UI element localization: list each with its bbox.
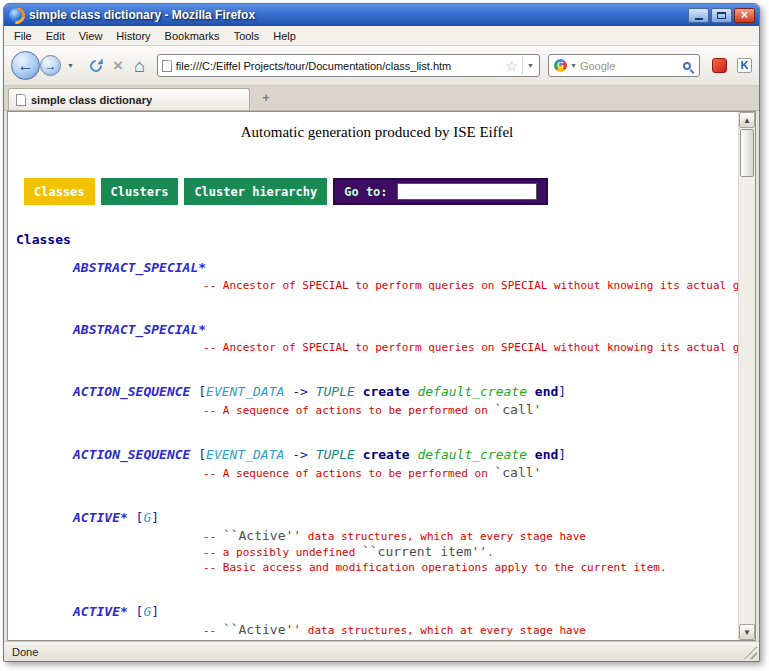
code-segment: [	[190, 384, 206, 399]
class-entry: ABSTRACT_SPECIAL*-- Ancestor of SPECIAL …	[16, 322, 738, 355]
goto-label: Go to:	[344, 185, 387, 199]
code-segment: ABSTRACT_SPECIAL*	[73, 260, 206, 275]
code-segment: ``current item''	[362, 544, 487, 559]
forward-button[interactable]: →	[40, 55, 61, 76]
goto-input[interactable]	[397, 183, 537, 200]
addon-icon-1[interactable]	[712, 58, 727, 73]
code-segment: ``current item''	[362, 638, 487, 640]
code-segment: --	[203, 530, 223, 543]
code-segment: end	[535, 384, 558, 399]
content-area: Automatic generation produced by ISE Eif…	[7, 111, 756, 641]
vertical-scrollbar[interactable]: ▲ ▼	[738, 112, 755, 640]
title-bar[interactable]: simple class dictionary - Mozilla Firefo…	[4, 4, 759, 26]
tab-simple-class-dictionary[interactable]: simple class dictionary	[8, 88, 250, 110]
class-comment: -- ``Active'' data structures, which at …	[203, 528, 738, 544]
class-comment: -- a possibly undefined ``current item''…	[203, 638, 738, 640]
url-dropdown-icon[interactable]: ▼	[522, 57, 535, 74]
code-segment: ACTIVE*	[73, 510, 128, 525]
menu-bookmarks[interactable]: Bookmarks	[158, 27, 227, 45]
class-link[interactable]: ACTIVE* [G]	[73, 604, 738, 619]
code-segment	[355, 384, 363, 399]
code-segment: end	[535, 447, 558, 462]
page-icon	[162, 60, 172, 72]
page-nav: ClassesClustersCluster hierarchy Go to:	[24, 178, 738, 205]
code-segment: ACTION_SEQUENCE	[73, 384, 190, 399]
scrollbar-thumb[interactable]	[740, 129, 754, 177]
class-comment: -- A sequence of actions to be performed…	[203, 402, 738, 418]
menu-help[interactable]: Help	[266, 27, 303, 45]
class-link[interactable]: ABSTRACT_SPECIAL*	[73, 322, 738, 337]
class-link[interactable]: ACTION_SEQUENCE [EVENT_DATA -> TUPLE cre…	[73, 384, 738, 399]
class-comment: -- Ancestor of SPECIAL to perform querie…	[203, 278, 738, 293]
search-box[interactable]: G ▼ Google	[548, 54, 700, 77]
code-segment: default_create	[417, 384, 527, 399]
code-segment: create	[363, 384, 410, 399]
menu-file[interactable]: File	[7, 27, 39, 45]
code-segment: [	[128, 510, 144, 525]
class-entry: ACTION_SEQUENCE [EVENT_DATA -> TUPLE cre…	[16, 447, 738, 481]
menu-tools[interactable]: Tools	[227, 27, 267, 45]
address-bar[interactable]: file:///C:/Eiffel Projects/tour/Document…	[157, 54, 540, 77]
code-segment: create	[363, 447, 410, 462]
code-segment: -- A sequence of actions to be performed…	[203, 467, 494, 480]
code-segment: ->	[284, 384, 315, 399]
code-segment: default_create	[417, 447, 527, 462]
code-segment: [	[190, 447, 206, 462]
home-button[interactable]: ⌂	[130, 57, 149, 75]
minimize-button[interactable]	[688, 8, 709, 23]
class-list: ABSTRACT_SPECIAL*-- Ancestor of SPECIAL …	[16, 260, 738, 640]
menu-view[interactable]: View	[72, 27, 110, 45]
firefox-icon	[9, 8, 24, 23]
maximize-button[interactable]	[711, 8, 732, 23]
new-tab-button[interactable]: +	[257, 90, 275, 107]
code-segment	[527, 447, 535, 462]
menu-edit[interactable]: Edit	[39, 27, 72, 45]
window-controls: ×	[688, 8, 755, 23]
class-entry: ABSTRACT_SPECIAL*-- Ancestor of SPECIAL …	[16, 260, 738, 293]
tab-title: simple class dictionary	[31, 94, 152, 106]
back-button[interactable]: ←	[11, 51, 40, 80]
search-input[interactable]: Google	[580, 60, 680, 72]
code-segment: ``Active''	[223, 528, 301, 543]
search-icon[interactable]	[683, 62, 691, 70]
resize-grip[interactable]	[744, 646, 757, 659]
code-segment: ]	[151, 604, 159, 619]
close-button[interactable]: ×	[734, 8, 755, 23]
page-nav-buttons: ClassesClustersCluster hierarchy	[24, 178, 327, 205]
class-comment: -- Ancestor of SPECIAL to perform querie…	[203, 340, 738, 355]
url-text[interactable]: file:///C:/Eiffel Projects/tour/Document…	[176, 60, 502, 72]
class-link[interactable]: ACTIVE* [G]	[73, 510, 738, 525]
google-logo-icon: G	[554, 59, 567, 72]
code-segment: ->	[284, 447, 315, 462]
search-engine-dropdown-icon[interactable]: ▼	[570, 62, 577, 69]
doc-button-cluster-hierarchy[interactable]: Cluster hierarchy	[184, 178, 327, 205]
status-text: Done	[12, 646, 38, 658]
code-segment: -- Basic access and modification operati…	[203, 561, 667, 574]
section-title: Classes	[16, 232, 738, 247]
bookmark-star-icon[interactable]: ☆	[506, 59, 519, 73]
scroll-up-button[interactable]: ▲	[739, 112, 755, 128]
code-segment: --	[203, 624, 223, 637]
code-segment: ABSTRACT_SPECIAL*	[73, 322, 206, 337]
maximize-icon	[717, 12, 726, 19]
menu-bar: FileEditViewHistoryBookmarksToolsHelp	[4, 26, 759, 46]
history-dropdown-icon[interactable]: ▼	[65, 62, 76, 69]
doc-button-clusters[interactable]: Clusters	[101, 178, 179, 205]
code-segment: data structures, which at every stage ha…	[301, 624, 586, 637]
refresh-button[interactable]	[86, 56, 106, 76]
addon-icon-2[interactable]: K	[737, 58, 752, 73]
code-segment: ACTION_SEQUENCE	[73, 447, 190, 462]
code-segment: ]	[558, 447, 566, 462]
class-link[interactable]: ACTION_SEQUENCE [EVENT_DATA -> TUPLE cre…	[73, 447, 738, 462]
scroll-down-button[interactable]: ▼	[739, 624, 755, 640]
code-segment: `call'	[494, 402, 541, 417]
code-segment	[527, 384, 535, 399]
code-segment: -- a possibly undefined	[203, 546, 362, 559]
doc-button-classes[interactable]: Classes	[24, 178, 95, 205]
code-segment: ]	[151, 510, 159, 525]
stop-button[interactable]: ×	[110, 57, 126, 74]
class-link[interactable]: ABSTRACT_SPECIAL*	[73, 260, 738, 275]
code-segment: -- A sequence of actions to be performed…	[203, 404, 494, 417]
menu-history[interactable]: History	[109, 27, 157, 45]
class-comment: -- ``Active'' data structures, which at …	[203, 622, 738, 638]
